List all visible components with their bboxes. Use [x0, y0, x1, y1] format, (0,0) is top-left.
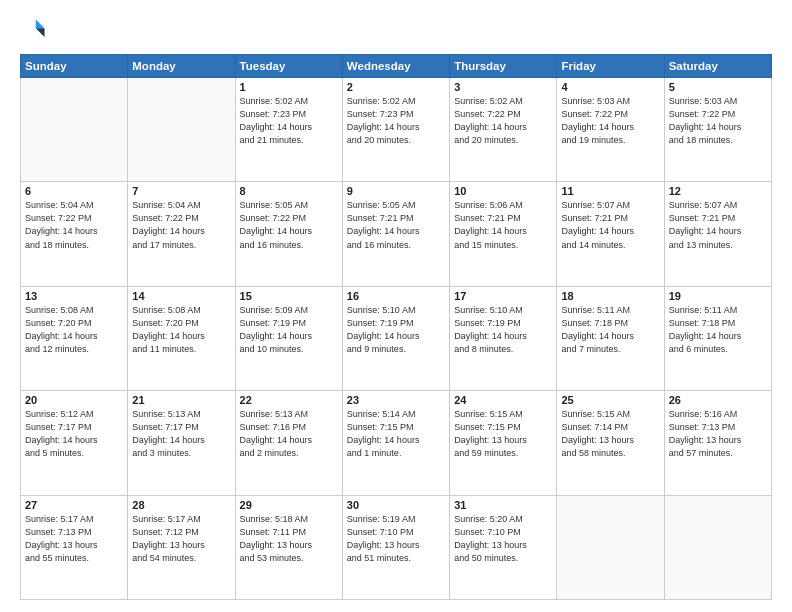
calendar-cell: 9Sunrise: 5:05 AM Sunset: 7:21 PM Daylig…: [342, 182, 449, 286]
calendar-cell: 18Sunrise: 5:11 AM Sunset: 7:18 PM Dayli…: [557, 286, 664, 390]
calendar-cell: 23Sunrise: 5:14 AM Sunset: 7:15 PM Dayli…: [342, 391, 449, 495]
day-info: Sunrise: 5:13 AM Sunset: 7:16 PM Dayligh…: [240, 408, 338, 460]
calendar-cell: 24Sunrise: 5:15 AM Sunset: 7:15 PM Dayli…: [450, 391, 557, 495]
day-number: 12: [669, 185, 767, 197]
day-info: Sunrise: 5:19 AM Sunset: 7:10 PM Dayligh…: [347, 513, 445, 565]
day-info: Sunrise: 5:09 AM Sunset: 7:19 PM Dayligh…: [240, 304, 338, 356]
calendar-cell: 3Sunrise: 5:02 AM Sunset: 7:22 PM Daylig…: [450, 78, 557, 182]
calendar-cell: 4Sunrise: 5:03 AM Sunset: 7:22 PM Daylig…: [557, 78, 664, 182]
calendar-week-row: 6Sunrise: 5:04 AM Sunset: 7:22 PM Daylig…: [21, 182, 772, 286]
day-number: 8: [240, 185, 338, 197]
day-info: Sunrise: 5:03 AM Sunset: 7:22 PM Dayligh…: [669, 95, 767, 147]
day-number: 10: [454, 185, 552, 197]
day-number: 18: [561, 290, 659, 302]
day-info: Sunrise: 5:18 AM Sunset: 7:11 PM Dayligh…: [240, 513, 338, 565]
calendar-cell: 11Sunrise: 5:07 AM Sunset: 7:21 PM Dayli…: [557, 182, 664, 286]
day-info: Sunrise: 5:05 AM Sunset: 7:21 PM Dayligh…: [347, 199, 445, 251]
day-info: Sunrise: 5:17 AM Sunset: 7:13 PM Dayligh…: [25, 513, 123, 565]
day-number: 19: [669, 290, 767, 302]
calendar-cell: 7Sunrise: 5:04 AM Sunset: 7:22 PM Daylig…: [128, 182, 235, 286]
day-info: Sunrise: 5:11 AM Sunset: 7:18 PM Dayligh…: [561, 304, 659, 356]
calendar-cell: 1Sunrise: 5:02 AM Sunset: 7:23 PM Daylig…: [235, 78, 342, 182]
weekday-header-row: SundayMondayTuesdayWednesdayThursdayFrid…: [21, 55, 772, 78]
calendar-cell: 15Sunrise: 5:09 AM Sunset: 7:19 PM Dayli…: [235, 286, 342, 390]
calendar-week-row: 13Sunrise: 5:08 AM Sunset: 7:20 PM Dayli…: [21, 286, 772, 390]
day-info: Sunrise: 5:14 AM Sunset: 7:15 PM Dayligh…: [347, 408, 445, 460]
day-number: 23: [347, 394, 445, 406]
day-number: 7: [132, 185, 230, 197]
calendar-cell: 14Sunrise: 5:08 AM Sunset: 7:20 PM Dayli…: [128, 286, 235, 390]
calendar-cell: 8Sunrise: 5:05 AM Sunset: 7:22 PM Daylig…: [235, 182, 342, 286]
day-info: Sunrise: 5:10 AM Sunset: 7:19 PM Dayligh…: [347, 304, 445, 356]
day-info: Sunrise: 5:15 AM Sunset: 7:15 PM Dayligh…: [454, 408, 552, 460]
day-info: Sunrise: 5:05 AM Sunset: 7:22 PM Dayligh…: [240, 199, 338, 251]
day-number: 28: [132, 499, 230, 511]
page: SundayMondayTuesdayWednesdayThursdayFrid…: [0, 0, 792, 612]
weekday-header: Thursday: [450, 55, 557, 78]
day-number: 31: [454, 499, 552, 511]
calendar-cell: 27Sunrise: 5:17 AM Sunset: 7:13 PM Dayli…: [21, 495, 128, 599]
day-info: Sunrise: 5:12 AM Sunset: 7:17 PM Dayligh…: [25, 408, 123, 460]
day-number: 30: [347, 499, 445, 511]
day-number: 4: [561, 81, 659, 93]
calendar-cell: 21Sunrise: 5:13 AM Sunset: 7:17 PM Dayli…: [128, 391, 235, 495]
day-number: 14: [132, 290, 230, 302]
calendar-cell: 25Sunrise: 5:15 AM Sunset: 7:14 PM Dayli…: [557, 391, 664, 495]
calendar-week-row: 20Sunrise: 5:12 AM Sunset: 7:17 PM Dayli…: [21, 391, 772, 495]
weekday-header: Friday: [557, 55, 664, 78]
calendar-cell: [664, 495, 771, 599]
weekday-header: Monday: [128, 55, 235, 78]
svg-marker-1: [36, 28, 45, 37]
calendar-cell: 28Sunrise: 5:17 AM Sunset: 7:12 PM Dayli…: [128, 495, 235, 599]
calendar-week-row: 27Sunrise: 5:17 AM Sunset: 7:13 PM Dayli…: [21, 495, 772, 599]
day-number: 9: [347, 185, 445, 197]
day-info: Sunrise: 5:06 AM Sunset: 7:21 PM Dayligh…: [454, 199, 552, 251]
calendar-cell: 20Sunrise: 5:12 AM Sunset: 7:17 PM Dayli…: [21, 391, 128, 495]
day-info: Sunrise: 5:02 AM Sunset: 7:23 PM Dayligh…: [240, 95, 338, 147]
day-number: 22: [240, 394, 338, 406]
day-info: Sunrise: 5:08 AM Sunset: 7:20 PM Dayligh…: [25, 304, 123, 356]
day-info: Sunrise: 5:03 AM Sunset: 7:22 PM Dayligh…: [561, 95, 659, 147]
day-number: 24: [454, 394, 552, 406]
calendar-cell: [557, 495, 664, 599]
calendar-cell: 29Sunrise: 5:18 AM Sunset: 7:11 PM Dayli…: [235, 495, 342, 599]
day-info: Sunrise: 5:20 AM Sunset: 7:10 PM Dayligh…: [454, 513, 552, 565]
calendar-cell: [21, 78, 128, 182]
day-info: Sunrise: 5:10 AM Sunset: 7:19 PM Dayligh…: [454, 304, 552, 356]
header: [20, 16, 772, 44]
day-info: Sunrise: 5:02 AM Sunset: 7:22 PM Dayligh…: [454, 95, 552, 147]
day-info: Sunrise: 5:16 AM Sunset: 7:13 PM Dayligh…: [669, 408, 767, 460]
calendar-week-row: 1Sunrise: 5:02 AM Sunset: 7:23 PM Daylig…: [21, 78, 772, 182]
calendar-cell: 31Sunrise: 5:20 AM Sunset: 7:10 PM Dayli…: [450, 495, 557, 599]
day-number: 13: [25, 290, 123, 302]
calendar-cell: 2Sunrise: 5:02 AM Sunset: 7:23 PM Daylig…: [342, 78, 449, 182]
day-info: Sunrise: 5:04 AM Sunset: 7:22 PM Dayligh…: [132, 199, 230, 251]
weekday-header: Sunday: [21, 55, 128, 78]
day-number: 3: [454, 81, 552, 93]
calendar-cell: 12Sunrise: 5:07 AM Sunset: 7:21 PM Dayli…: [664, 182, 771, 286]
day-number: 5: [669, 81, 767, 93]
day-number: 25: [561, 394, 659, 406]
day-info: Sunrise: 5:13 AM Sunset: 7:17 PM Dayligh…: [132, 408, 230, 460]
calendar-cell: 26Sunrise: 5:16 AM Sunset: 7:13 PM Dayli…: [664, 391, 771, 495]
svg-marker-0: [36, 20, 45, 29]
day-number: 11: [561, 185, 659, 197]
calendar-cell: 13Sunrise: 5:08 AM Sunset: 7:20 PM Dayli…: [21, 286, 128, 390]
calendar-cell: 19Sunrise: 5:11 AM Sunset: 7:18 PM Dayli…: [664, 286, 771, 390]
calendar-cell: 17Sunrise: 5:10 AM Sunset: 7:19 PM Dayli…: [450, 286, 557, 390]
day-info: Sunrise: 5:07 AM Sunset: 7:21 PM Dayligh…: [669, 199, 767, 251]
day-info: Sunrise: 5:11 AM Sunset: 7:18 PM Dayligh…: [669, 304, 767, 356]
weekday-header: Wednesday: [342, 55, 449, 78]
day-number: 17: [454, 290, 552, 302]
calendar-table: SundayMondayTuesdayWednesdayThursdayFrid…: [20, 54, 772, 600]
day-number: 2: [347, 81, 445, 93]
calendar-cell: 5Sunrise: 5:03 AM Sunset: 7:22 PM Daylig…: [664, 78, 771, 182]
weekday-header: Saturday: [664, 55, 771, 78]
day-number: 20: [25, 394, 123, 406]
day-number: 6: [25, 185, 123, 197]
calendar-cell: 6Sunrise: 5:04 AM Sunset: 7:22 PM Daylig…: [21, 182, 128, 286]
day-info: Sunrise: 5:17 AM Sunset: 7:12 PM Dayligh…: [132, 513, 230, 565]
day-number: 21: [132, 394, 230, 406]
day-number: 26: [669, 394, 767, 406]
calendar-cell: 30Sunrise: 5:19 AM Sunset: 7:10 PM Dayli…: [342, 495, 449, 599]
